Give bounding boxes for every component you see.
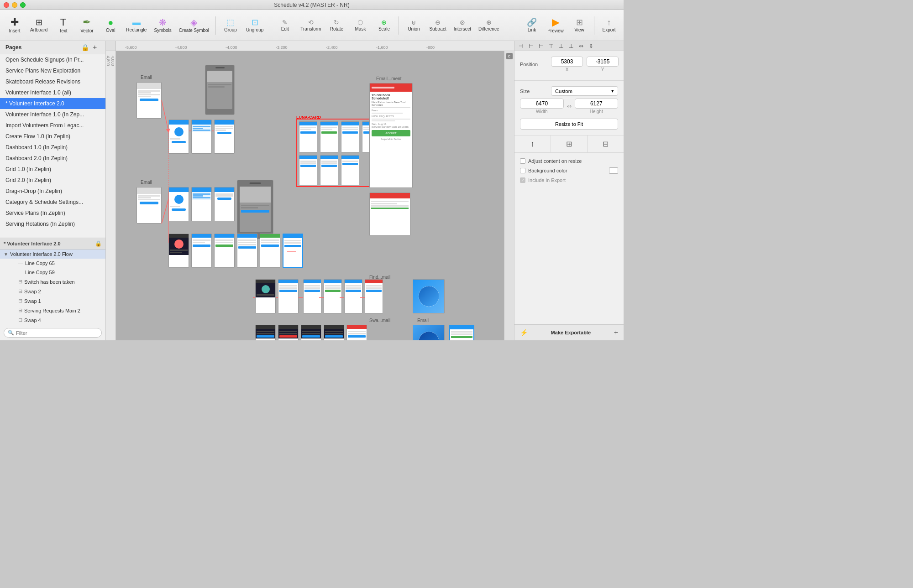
page-item-15[interactable]: Service Plans (In Zeplin): [0, 208, 105, 219]
artboard-email-1[interactable]: [136, 82, 162, 119]
symbols-tool[interactable]: ❋ Symbols: [151, 13, 174, 38]
layer-item-line59[interactable]: — Line Copy 59: [7, 268, 105, 277]
distribute-h-icon[interactable]: ⇔: [577, 42, 586, 51]
artboard-row4-3[interactable]: [303, 279, 321, 313]
artboard-phone-gray[interactable]: [205, 65, 235, 115]
layer-item-serving-main2[interactable]: ⊟ Serving Requests Main 2: [7, 306, 105, 315]
artboard-tool[interactable]: ⊞ Artboard: [27, 13, 50, 38]
size-height-input[interactable]: [575, 99, 619, 109]
artboard-row3-4[interactable]: [237, 234, 257, 268]
artboard-inner-2[interactable]: [320, 121, 338, 152]
view-tool[interactable]: ⊞ View: [568, 13, 590, 38]
size-width-input[interactable]: [520, 99, 564, 109]
artboard-email-scheduled[interactable]: You've beenScheduled! Nick Richardson's …: [369, 83, 413, 188]
union-tool[interactable]: ⊎ Union: [403, 13, 425, 38]
artboard-ui-1[interactable]: [168, 120, 189, 154]
page-item-6[interactable]: Volunteer Interface 1.0 (In Zep...: [0, 109, 105, 120]
grid-icon-btn[interactable]: ⊞: [551, 135, 588, 152]
artboard-ui-2[interactable]: [191, 120, 212, 154]
page-item-14[interactable]: Category & Schedule Settings...: [0, 197, 105, 208]
artboard-row4-1[interactable]: [255, 279, 276, 313]
background-color-checkbox[interactable]: [520, 168, 525, 173]
mask-tool[interactable]: ⬡ Mask: [349, 13, 371, 38]
page-item-4[interactable]: Volunteer Interface 1.0 (all): [0, 87, 105, 98]
include-export-checkbox[interactable]: ✓: [520, 177, 525, 183]
page-item-12[interactable]: Grid 2.0 (In Zeplin): [0, 175, 105, 186]
layer-item-swap2[interactable]: ⊟ Swap 2: [7, 286, 105, 296]
artboard-inner-6[interactable]: [299, 155, 317, 185]
traffic-lights[interactable]: [4, 2, 26, 8]
artboard-ui-5[interactable]: [191, 187, 212, 221]
artboard-avatar-2[interactable]: [413, 325, 445, 340]
minimize-button[interactable]: [12, 2, 17, 8]
artboard-email-2[interactable]: [136, 187, 162, 224]
artboard-phone-gray-2[interactable]: [237, 180, 273, 239]
artboard-row3-1[interactable]: [168, 234, 189, 268]
artboard-ui-6[interactable]: [214, 187, 235, 221]
ungroup-tool[interactable]: ⊡ Ungroup: [243, 13, 266, 38]
align-center-v-icon[interactable]: ⊥: [556, 42, 566, 51]
position-x-input[interactable]: [551, 57, 583, 67]
text-tool[interactable]: T Text: [52, 13, 74, 38]
artboard-row4-2[interactable]: [278, 279, 299, 313]
page-item-10[interactable]: Dashboard 2.0 (In Zeplin): [0, 153, 105, 164]
image-icon-btn[interactable]: ⊟: [588, 135, 624, 152]
export-add-button[interactable]: +: [614, 328, 618, 337]
align-left-icon[interactable]: ⊣: [516, 42, 525, 51]
page-item-9[interactable]: Dashboard 1.0 (In Zeplin): [0, 142, 105, 153]
artboard-row3-5[interactable]: [260, 234, 280, 268]
layer-group-flow[interactable]: ▼ Volunteer Interface 2.0 Flow: [0, 250, 105, 259]
align-center-h-icon[interactable]: ⊢: [526, 42, 535, 51]
preview-tool[interactable]: ▶ Preview: [545, 13, 567, 38]
artboard-avatar-1[interactable]: [413, 279, 445, 313]
artboard-inner-1[interactable]: [299, 121, 317, 152]
artboard-bottom-right[interactable]: [449, 325, 474, 340]
background-color-swatch[interactable]: [609, 167, 618, 174]
add-page-button[interactable]: +: [93, 44, 100, 51]
canvas-main[interactable]: Email: [116, 51, 514, 340]
subtract-tool[interactable]: ⊖ Subtract: [426, 13, 449, 38]
align-top-icon[interactable]: ⊤: [546, 42, 556, 51]
make-exportable-button[interactable]: Make Exportable: [551, 330, 591, 335]
export-tool[interactable]: ↑ Export: [598, 13, 620, 38]
filter-search-wrap[interactable]: 🔍: [4, 328, 102, 338]
page-item-11[interactable]: Grid 1.0 (In Zeplin): [0, 164, 105, 175]
intersect-tool[interactable]: ⊗ Intersect: [451, 13, 474, 38]
layers-lock-icon[interactable]: 🔒: [95, 240, 102, 247]
oval-tool[interactable]: ● Oval: [100, 13, 121, 38]
page-item-7[interactable]: Import Volunteers From Legac...: [0, 120, 105, 131]
adjust-content-checkbox[interactable]: [520, 158, 525, 164]
upload-icon-btn[interactable]: ↑: [514, 135, 551, 152]
artboard-row4-5[interactable]: [344, 279, 362, 313]
transform-tool[interactable]: ⟲ Transform: [298, 13, 324, 38]
edit-tool[interactable]: ✎ Edit: [274, 13, 296, 38]
vector-tool[interactable]: ✒ Vector: [76, 13, 98, 38]
group-tool[interactable]: ⬚ Group: [220, 13, 241, 38]
difference-tool[interactable]: ⊕ Difference: [476, 13, 502, 38]
filter-input[interactable]: [16, 330, 98, 336]
size-preset-dropdown[interactable]: Custom ▾: [551, 86, 618, 96]
artboard-row5-2[interactable]: [278, 325, 299, 340]
page-item-16[interactable]: Serving Rotations (In Zeplin): [0, 219, 105, 229]
artboard-inner-8[interactable]: [341, 155, 359, 185]
link-tool[interactable]: 🔗 Link: [521, 13, 543, 38]
artboard-returns[interactable]: [369, 193, 410, 236]
artboard-row3-2[interactable]: [191, 234, 212, 268]
artboard-row5-4[interactable]: [324, 325, 344, 340]
artboard-ui-4[interactable]: [168, 187, 189, 221]
distribute-v-icon[interactable]: ⇕: [587, 42, 596, 51]
page-item-3[interactable]: Skateboard Release Revisions: [0, 76, 105, 87]
size-link-icon[interactable]: ⇔: [566, 103, 573, 109]
artboard-inner-7[interactable]: [320, 155, 338, 185]
artboard-find-mail[interactable]: [365, 279, 383, 313]
insert-tool[interactable]: ✚ Insert: [4, 13, 26, 38]
fullscreen-button[interactable]: [20, 2, 26, 8]
artboard-ui-3[interactable]: [214, 120, 235, 154]
layer-item-swap4[interactable]: ⊟ Swap 4: [7, 315, 105, 325]
page-item-8[interactable]: Create Flow 1.0 (In Zeplin): [0, 131, 105, 142]
scale-tool[interactable]: ⊕ Scale: [373, 13, 395, 38]
close-button[interactable]: [4, 2, 9, 8]
artboard-row5-1[interactable]: [255, 325, 276, 340]
create-symbol-tool[interactable]: ◈ Create Symbol: [176, 13, 212, 38]
layer-item-swap1[interactable]: ⊟ Swap 1: [7, 296, 105, 306]
